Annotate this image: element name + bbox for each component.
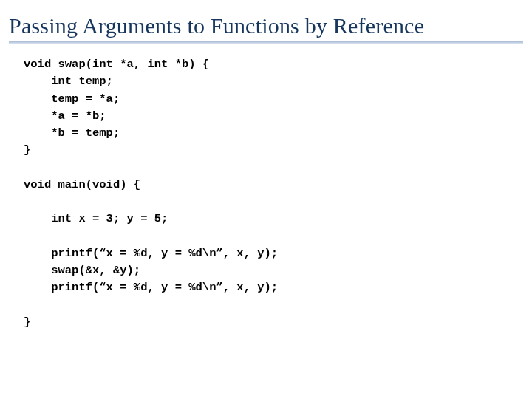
title-divider [9,41,523,44]
page-title: Passing Arguments to Functions by Refere… [9,13,523,38]
code-block: void swap(int *a, int *b) { int temp; te… [9,56,523,331]
slide: Passing Arguments to Functions by Refere… [0,0,532,399]
